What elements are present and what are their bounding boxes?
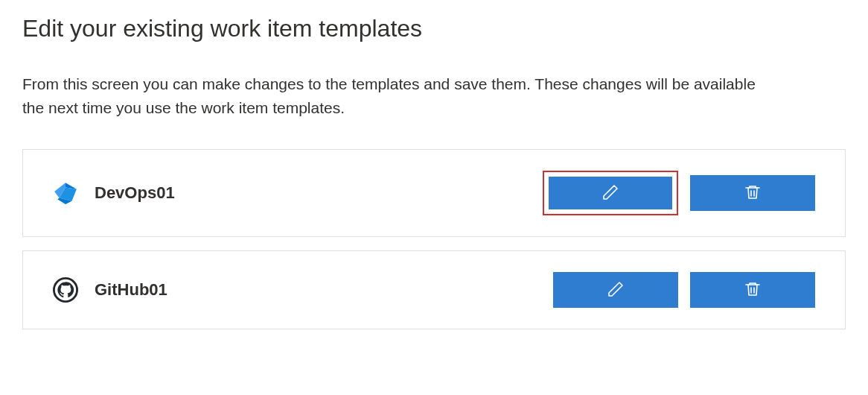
edit-button[interactable]: [553, 272, 678, 308]
github-icon: [53, 277, 78, 303]
template-list: DevOps01: [22, 149, 846, 329]
template-actions: [543, 171, 815, 215]
pencil-icon: [601, 183, 619, 203]
template-left: DevOps01: [53, 180, 175, 206]
trash-icon: [744, 183, 762, 203]
azure-devops-icon: [53, 180, 78, 206]
template-actions: [553, 272, 815, 308]
pencil-icon: [607, 280, 625, 300]
edit-highlight-box: [543, 171, 678, 215]
template-left: GitHub01: [53, 277, 167, 303]
template-row: DevOps01: [22, 149, 846, 237]
edit-button[interactable]: [549, 177, 672, 209]
template-name: DevOps01: [95, 183, 175, 203]
delete-button[interactable]: [690, 175, 815, 211]
trash-icon: [744, 280, 762, 300]
template-name: GitHub01: [95, 280, 167, 300]
template-row: GitHub01: [22, 250, 846, 329]
delete-button[interactable]: [690, 272, 815, 308]
page-description: From this screen you can make changes to…: [22, 72, 767, 119]
page-title: Edit your existing work item templates: [22, 15, 846, 42]
